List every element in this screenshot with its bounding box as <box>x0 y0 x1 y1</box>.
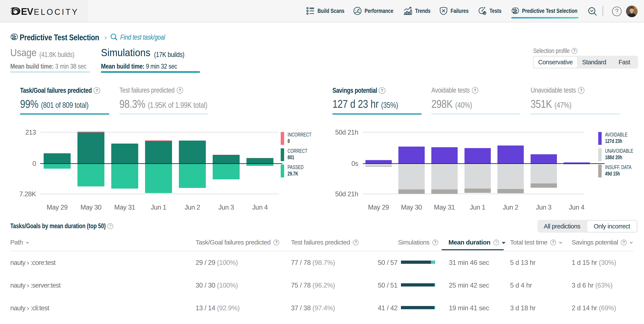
svg-text:EV: EV <box>21 6 34 17</box>
svg-text:ELOCITY: ELOCITY <box>34 8 79 17</box>
